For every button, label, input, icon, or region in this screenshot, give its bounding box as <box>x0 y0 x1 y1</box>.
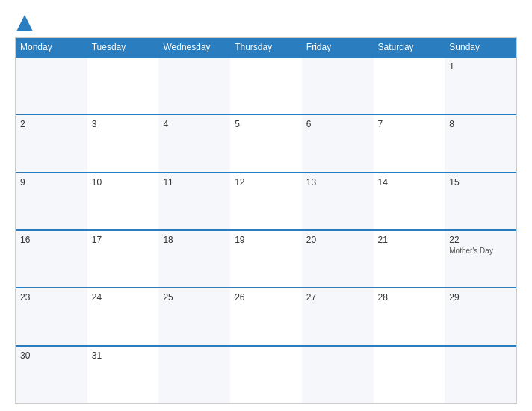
day-number: 1 <box>449 61 512 72</box>
day-number: 28 <box>378 292 441 303</box>
day-number: 22 <box>449 235 512 245</box>
calendar-cell: 7 <box>374 115 445 171</box>
day-number: 13 <box>306 177 369 188</box>
calendar-row: 2345678 <box>16 114 516 171</box>
logo <box>15 13 33 31</box>
day-number: 18 <box>163 235 226 245</box>
calendar-cell: 21 <box>374 231 445 287</box>
calendar-cell <box>374 58 445 114</box>
day-number: 31 <box>92 350 155 361</box>
day-number: 8 <box>449 119 512 129</box>
day-number: 5 <box>235 119 297 129</box>
calendar-cell: 15 <box>445 173 516 229</box>
calendar-cell <box>158 347 230 403</box>
calendar-cell <box>374 347 445 403</box>
calendar-cell <box>230 58 302 114</box>
day-number: 21 <box>378 235 441 245</box>
calendar-cell: 3 <box>87 115 159 171</box>
calendar-cell: 30 <box>16 347 87 403</box>
calendar-row: 3031 <box>16 345 516 403</box>
day-number: 16 <box>20 235 83 245</box>
calendar-cell <box>87 58 159 114</box>
calendar-cell <box>158 58 230 114</box>
day-number: 30 <box>20 350 83 361</box>
day-number: 12 <box>235 177 297 188</box>
calendar-cell: 31 <box>87 347 159 403</box>
day-number: 19 <box>235 235 297 245</box>
svg-marker-0 <box>16 15 33 31</box>
calendar-cell: 20 <box>302 231 374 287</box>
calendar-cell: 12 <box>230 173 302 229</box>
calendar-row: 1 <box>16 56 516 114</box>
day-number: 3 <box>92 119 155 129</box>
weekday-header: Tuesday <box>87 38 159 56</box>
day-number: 20 <box>306 235 369 245</box>
calendar-body: 12345678910111213141516171819202122Mothe… <box>16 56 516 403</box>
day-number: 26 <box>235 292 297 303</box>
calendar-cell: 17 <box>87 231 159 287</box>
day-number: 15 <box>449 177 512 188</box>
day-number: 24 <box>92 292 155 303</box>
calendar-cell <box>302 347 374 403</box>
calendar-cell <box>230 347 302 403</box>
calendar-row: 23242526272829 <box>16 287 516 344</box>
weekday-header: Sunday <box>445 38 516 56</box>
weekday-header: Friday <box>302 38 374 56</box>
calendar-cell: 18 <box>158 231 230 287</box>
calendar-cell: 6 <box>302 115 374 171</box>
calendar-cell: 24 <box>87 288 159 344</box>
weekday-header: Wednesday <box>158 38 230 56</box>
day-number: 27 <box>306 292 369 303</box>
calendar-page: MondayTuesdayWednesdayThursdayFridaySatu… <box>0 0 532 411</box>
calendar-cell: 10 <box>87 173 159 229</box>
day-number: 17 <box>92 235 155 245</box>
weekday-header: Saturday <box>374 38 445 56</box>
header <box>15 13 517 31</box>
day-number: 6 <box>306 119 369 129</box>
day-number: 9 <box>20 177 83 188</box>
calendar-cell: 19 <box>230 231 302 287</box>
calendar-cell: 28 <box>374 288 445 344</box>
calendar-cell: 4 <box>158 115 230 171</box>
day-number: 10 <box>92 177 155 188</box>
day-number: 7 <box>378 119 441 129</box>
calendar-cell: 13 <box>302 173 374 229</box>
calendar: MondayTuesdayWednesdayThursdayFridaySatu… <box>15 37 517 404</box>
calendar-cell: 22Mother's Day <box>445 231 516 287</box>
day-number: 2 <box>20 119 83 129</box>
calendar-row: 16171819202122Mother's Day <box>16 229 516 287</box>
day-number: 14 <box>378 177 441 188</box>
calendar-cell: 27 <box>302 288 374 344</box>
calendar-cell <box>445 347 516 403</box>
calendar-cell: 25 <box>158 288 230 344</box>
calendar-row: 9101112131415 <box>16 172 516 229</box>
calendar-cell: 8 <box>445 115 516 171</box>
calendar-cell: 9 <box>16 173 87 229</box>
day-number: 4 <box>163 119 226 129</box>
weekday-header: Monday <box>16 38 87 56</box>
day-number: 25 <box>163 292 226 303</box>
region-label <box>435 13 517 16</box>
event-label: Mother's Day <box>449 247 512 255</box>
calendar-cell: 16 <box>16 231 87 287</box>
day-number: 29 <box>449 292 512 303</box>
calendar-cell: 2 <box>16 115 87 171</box>
calendar-cell: 23 <box>16 288 87 344</box>
logo-icon <box>16 15 33 31</box>
calendar-cell: 5 <box>230 115 302 171</box>
day-number: 23 <box>20 292 83 303</box>
calendar-cell: 29 <box>445 288 516 344</box>
calendar-cell <box>16 58 87 114</box>
weekday-header: Thursday <box>230 38 302 56</box>
calendar-cell: 14 <box>374 173 445 229</box>
day-number: 11 <box>163 177 226 188</box>
calendar-cell: 11 <box>158 173 230 229</box>
calendar-cell: 26 <box>230 288 302 344</box>
calendar-cell: 1 <box>445 58 516 114</box>
calendar-cell <box>302 58 374 114</box>
calendar-header: MondayTuesdayWednesdayThursdayFridaySatu… <box>16 38 516 56</box>
